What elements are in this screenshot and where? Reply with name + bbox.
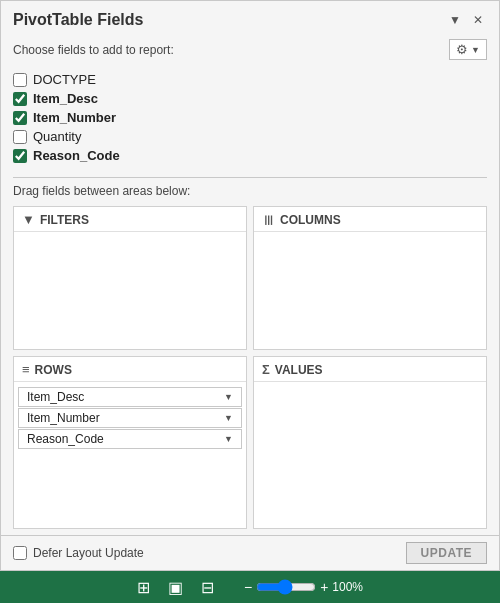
row-pill-Item_Desc[interactable]: Item_Desc ▼ (18, 387, 242, 407)
panel-title: PivotTable Fields (13, 11, 143, 29)
close-icon[interactable]: ✕ (469, 11, 487, 29)
filter-icon: ▼ (22, 212, 35, 227)
rows-area: ≡ ROWS Item_Desc ▼ Item_Number ▼ Reason_… (13, 356, 247, 529)
row-pill-Item_Number-arrow: ▼ (224, 413, 233, 423)
field-label-Quantity[interactable]: Quantity (33, 129, 81, 144)
field-label-Item_Number[interactable]: Item_Number (33, 110, 116, 125)
zoom-plus-button[interactable]: + (320, 579, 328, 595)
columns-label: COLUMNS (280, 213, 341, 227)
pin-icon[interactable]: ▼ (445, 11, 465, 29)
row-pill-Reason_Code[interactable]: Reason_Code ▼ (18, 429, 242, 449)
zoom-bar: − + 100% (244, 579, 363, 595)
header-controls: ▼ ✕ (445, 11, 487, 29)
field-checkbox-Item_Number[interactable] (13, 111, 27, 125)
field-label-Item_Desc[interactable]: Item_Desc (33, 91, 98, 106)
gear-settings-button[interactable]: ⚙ ▼ (449, 39, 487, 60)
field-checkbox-Quantity[interactable] (13, 130, 27, 144)
row-pill-Item_Number-label: Item_Number (27, 411, 100, 425)
field-item-Quantity: Quantity (13, 127, 487, 146)
columns-area: ⫼ COLUMNS (253, 206, 487, 350)
filters-label: FILTERS (40, 213, 89, 227)
drag-label: Drag fields between areas below: (1, 184, 499, 206)
row-pill-Reason_Code-label: Reason_Code (27, 432, 104, 446)
zoom-percent: 100% (332, 580, 363, 594)
rows-content: Item_Desc ▼ Item_Number ▼ Reason_Code ▼ (14, 382, 246, 528)
divider (13, 177, 487, 178)
gear-dropdown-arrow: ▼ (471, 45, 480, 55)
update-button[interactable]: UPDATE (406, 542, 487, 564)
choose-fields-row: Choose fields to add to report: ⚙ ▼ (1, 37, 499, 66)
defer-layout-checkbox[interactable] (13, 546, 27, 560)
field-label-DOCTYPE[interactable]: DOCTYPE (33, 72, 96, 87)
table-view-icon[interactable]: ▣ (168, 578, 183, 597)
row-pill-Item_Desc-arrow: ▼ (224, 392, 233, 402)
values-icon: Σ (262, 362, 270, 377)
values-content[interactable] (254, 382, 486, 528)
areas-grid: ▼ FILTERS ⫼ COLUMNS ≡ ROWS Item_Desc ▼ (1, 206, 499, 535)
panel-header: PivotTable Fields ▼ ✕ (1, 1, 499, 37)
zoom-slider[interactable] (256, 579, 316, 595)
row-pill-Reason_Code-arrow: ▼ (224, 434, 233, 444)
rows-icon: ≡ (22, 362, 30, 377)
defer-layout-text: Defer Layout Update (33, 546, 144, 560)
columns-content[interactable] (254, 232, 486, 349)
rows-area-header: ≡ ROWS (14, 357, 246, 382)
choose-fields-label: Choose fields to add to report: (13, 43, 174, 57)
field-checkbox-DOCTYPE[interactable] (13, 73, 27, 87)
defer-layout-label[interactable]: Defer Layout Update (13, 546, 144, 560)
bottom-bar: Defer Layout Update UPDATE (1, 535, 499, 570)
field-item-Item_Desc: Item_Desc (13, 89, 487, 108)
fields-list: DOCTYPE Item_Desc Item_Number Quantity R… (1, 66, 499, 173)
field-item-Reason_Code: Reason_Code (13, 146, 487, 165)
grid-view-icon[interactable]: ⊞ (137, 578, 150, 597)
field-checkbox-Item_Desc[interactable] (13, 92, 27, 106)
field-checkbox-Reason_Code[interactable] (13, 149, 27, 163)
chart-view-icon[interactable]: ⊟ (201, 578, 214, 597)
row-pill-Item_Desc-label: Item_Desc (27, 390, 84, 404)
columns-icon: ⫼ (262, 212, 275, 227)
values-label: VALUES (275, 363, 323, 377)
row-pill-Item_Number[interactable]: Item_Number ▼ (18, 408, 242, 428)
zoom-minus-button[interactable]: − (244, 579, 252, 595)
filters-area: ▼ FILTERS (13, 206, 247, 350)
pivottable-fields-panel: PivotTable Fields ▼ ✕ Choose fields to a… (0, 0, 500, 571)
columns-area-header: ⫼ COLUMNS (254, 207, 486, 232)
taskbar: ⊞ ▣ ⊟ − + 100% (0, 571, 500, 603)
filters-content[interactable] (14, 232, 246, 349)
filters-area-header: ▼ FILTERS (14, 207, 246, 232)
rows-label: ROWS (35, 363, 72, 377)
field-item-DOCTYPE: DOCTYPE (13, 70, 487, 89)
values-area: Σ VALUES (253, 356, 487, 529)
values-area-header: Σ VALUES (254, 357, 486, 382)
field-item-Item_Number: Item_Number (13, 108, 487, 127)
gear-icon: ⚙ (456, 42, 468, 57)
field-label-Reason_Code[interactable]: Reason_Code (33, 148, 120, 163)
